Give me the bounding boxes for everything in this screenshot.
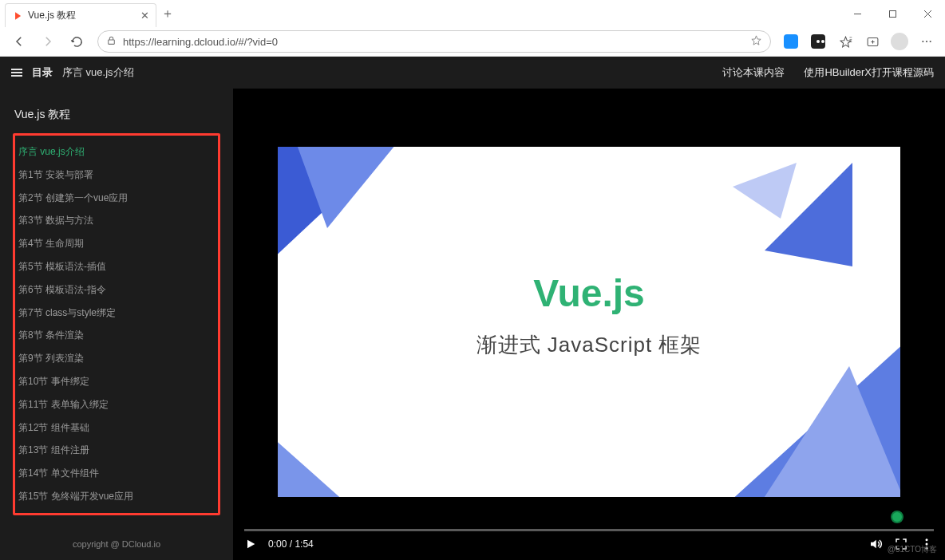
open-hbuilder-link[interactable]: 使用HBuilderX打开课程源码: [804, 65, 934, 80]
more-menu-icon[interactable]: [915, 30, 939, 53]
favorites-icon[interactable]: [833, 30, 857, 53]
toc-item[interactable]: 第14节 单文件组件: [15, 462, 218, 485]
back-button[interactable]: [6, 29, 32, 54]
volume-button[interactable]: [868, 537, 883, 551]
svg-point-11: [922, 41, 923, 42]
minimize-button[interactable]: [840, 2, 875, 26]
toc-item[interactable]: 第3节 数据与方法: [15, 209, 218, 232]
close-window-button[interactable]: [910, 2, 945, 26]
svg-point-13: [930, 41, 931, 42]
profile-avatar[interactable]: [888, 30, 911, 53]
toc-item[interactable]: 第13节 组件注册: [15, 439, 218, 462]
slide-title: Vue.js: [476, 271, 702, 315]
new-tab-button[interactable]: ＋: [156, 2, 179, 25]
favorite-star-icon[interactable]: [750, 34, 762, 49]
toc-item[interactable]: 第11节 表单输入绑定: [15, 393, 218, 416]
status-indicator-icon: [891, 511, 903, 523]
close-tab-icon[interactable]: ✕: [140, 10, 149, 22]
toc-item[interactable]: 第6节 模板语法-指令: [15, 278, 218, 302]
forward-button[interactable]: [35, 29, 61, 54]
svg-marker-16: [278, 438, 345, 497]
toc-item[interactable]: 第5节 模板语法-插值: [15, 255, 218, 278]
toc-item[interactable]: 第10节 事件绑定: [15, 370, 218, 393]
refresh-button[interactable]: [64, 29, 89, 54]
svg-rect-4: [109, 40, 115, 44]
address-row: https://learning.dcloud.io/#/?vid=0: [0, 27, 945, 56]
browser-chrome: Vue.js 教程 ✕ ＋ https://learning.dcloud.io…: [0, 0, 945, 57]
copyright-text: copyright @ DCloud.io: [13, 531, 220, 552]
tab-title: Vue.js 教程: [28, 9, 76, 22]
hamburger-menu-icon[interactable]: [11, 69, 22, 77]
toc-item[interactable]: 第1节 安装与部署: [15, 164, 218, 187]
toc-item[interactable]: 第2节 创建第一个vue应用: [15, 187, 218, 210]
url-bar[interactable]: https://learning.dcloud.io/#/?vid=0: [97, 30, 771, 53]
video-time: 0:00 / 1:54: [268, 538, 314, 550]
collections-icon[interactable]: [860, 30, 884, 53]
maximize-button[interactable]: [875, 2, 910, 26]
toc-item[interactable]: 第8节 条件渲染: [15, 324, 218, 347]
toc-item[interactable]: 第15节 免终端开发vue应用: [15, 485, 218, 508]
tab-strip: Vue.js 教程 ✕ ＋: [0, 0, 945, 27]
directory-label[interactable]: 目录: [32, 65, 53, 80]
discuss-link[interactable]: 讨论本课内容: [722, 65, 785, 80]
video-slide: Vue.js 渐进式 JavaScript 框架: [278, 147, 900, 497]
toc-highlight-box: 序言 vue.js介绍第1节 安装与部署第2节 创建第一个vue应用第3节 数据…: [13, 133, 220, 515]
url-text: https://learning.dcloud.io/#/?vid=0: [123, 36, 278, 48]
browser-tab[interactable]: Vue.js 教程 ✕: [5, 3, 156, 27]
extension-dark-icon[interactable]: [806, 30, 830, 53]
lock-icon: [106, 35, 117, 48]
svg-point-12: [926, 41, 927, 42]
extension-icons: [779, 30, 939, 53]
toc-item[interactable]: 第12节 组件基础: [15, 416, 218, 440]
extension-blue-icon[interactable]: [779, 30, 803, 53]
slide-subtitle: 渐进式 JavaScript 框架: [476, 331, 702, 359]
toc-item[interactable]: 序言 vue.js介绍: [15, 140, 218, 164]
watermark: @51CTO博客: [888, 544, 937, 555]
window-controls: [840, 2, 945, 26]
page-content: 目录 序言 vue.js介绍 讨论本课内容 使用HBuilderX打开课程源码 …: [0, 57, 945, 560]
play-button[interactable]: [244, 538, 257, 550]
dcloud-logo-icon: [12, 10, 23, 22]
svg-rect-1: [889, 10, 896, 17]
svg-marker-18: [733, 163, 797, 219]
sidebar: Vue.js 教程 序言 vue.js介绍第1节 安装与部署第2节 创建第一个v…: [0, 89, 233, 560]
toc-item[interactable]: 第7节 class与style绑定: [15, 302, 218, 325]
page-header: 目录 序言 vue.js介绍 讨论本课内容 使用HBuilderX打开课程源码: [0, 57, 945, 89]
svg-point-21: [926, 538, 928, 541]
toc-item[interactable]: 第9节 列表渲染: [15, 347, 218, 370]
breadcrumb: 序言 vue.js介绍: [62, 65, 134, 80]
toc-item[interactable]: 第4节 生命周期: [15, 232, 218, 255]
video-player[interactable]: Vue.js 渐进式 JavaScript 框架 0:00 / 1:54: [233, 89, 945, 560]
course-title: Vue.js 教程: [13, 105, 220, 133]
video-controls: 0:00 / 1:54: [233, 528, 945, 560]
